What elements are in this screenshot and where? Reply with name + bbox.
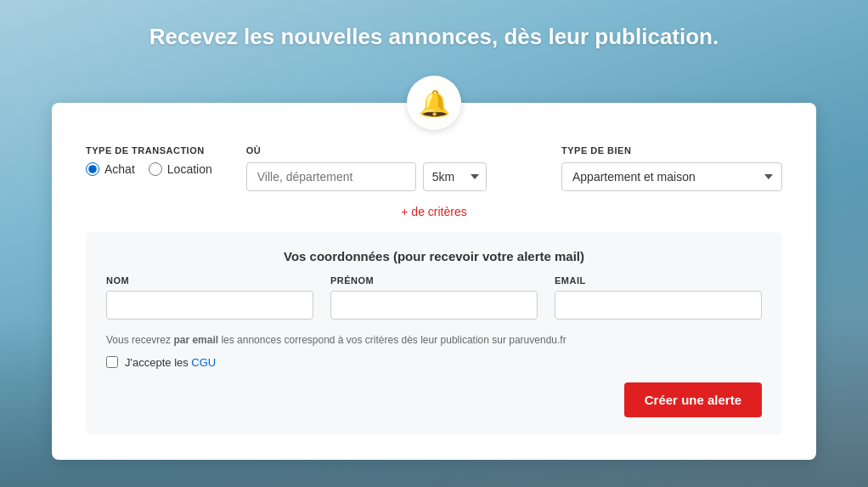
bien-select[interactable]: Appartement et maison Appartement Maison… <box>561 162 782 191</box>
top-section: TYPE DE TRANSACTION Achat Location OÙ <box>86 145 782 191</box>
main-card: TYPE DE TRANSACTION Achat Location OÙ <box>52 103 816 460</box>
transaction-label: TYPE DE TRANSACTION <box>86 145 212 156</box>
email-input[interactable] <box>555 291 762 320</box>
radio-achat-input[interactable] <box>86 162 99 176</box>
ou-label: OÙ <box>246 145 527 156</box>
distance-select[interactable]: 5km 10km 20km 30km 50km <box>423 162 487 191</box>
coordonnees-section: Vos coordonnées (pour recevoir votre ale… <box>86 232 782 434</box>
transaction-group: TYPE DE TRANSACTION Achat Location <box>86 145 212 176</box>
info-text-suffix: les annonces correspond à vos critères d… <box>218 334 566 346</box>
bien-label: TYPE DE BIEN <box>561 145 782 156</box>
prenom-field: PRÉNOM <box>330 275 538 320</box>
bien-section: TYPE DE BIEN Appartement et maison Appar… <box>561 145 782 191</box>
email-label: EMAIL <box>555 275 762 286</box>
bell-container: 🔔 <box>407 76 461 130</box>
radio-achat[interactable]: Achat <box>86 162 135 176</box>
radio-achat-label: Achat <box>104 162 135 176</box>
radio-location-label: Location <box>167 162 212 176</box>
prenom-input[interactable] <box>330 291 538 320</box>
bottom-row: Créer une alerte <box>106 382 762 417</box>
prenom-label: PRÉNOM <box>330 275 538 286</box>
cgu-row: J'accepte les CGU <box>106 356 762 369</box>
form-row-names: NOM PRÉNOM EMAIL <box>106 275 762 320</box>
nom-label: NOM <box>106 275 313 286</box>
coordonnees-title: Vos coordonnées (pour recevoir votre ale… <box>106 249 762 263</box>
city-input[interactable] <box>246 162 416 191</box>
radio-location[interactable]: Location <box>149 162 212 176</box>
create-alert-button[interactable]: Créer une alerte <box>624 382 762 417</box>
ou-inputs: 5km 10km 20km 30km 50km <box>246 162 527 191</box>
info-text-prefix: Vous recevrez <box>106 334 173 346</box>
ou-section: OÙ 5km 10km 20km 30km 50km <box>246 145 527 191</box>
radio-group: Achat Location <box>86 162 212 176</box>
more-criteria-link[interactable]: + de critères <box>86 205 782 218</box>
email-field: EMAIL <box>555 275 762 320</box>
cgu-label-prefix: J'accepte les <box>125 356 191 369</box>
cgu-label: J'accepte les CGU <box>125 356 216 369</box>
radio-location-input[interactable] <box>149 162 162 176</box>
nom-field: NOM <box>106 275 313 320</box>
info-text-bold: par email <box>173 334 218 346</box>
cgu-link[interactable]: CGU <box>191 356 216 369</box>
cgu-checkbox[interactable] <box>106 356 118 368</box>
bell-icon: 🔔 <box>419 88 450 118</box>
info-text: Vous recevrez par email les annonces cor… <box>106 333 762 348</box>
page-headline: Recevez les nouvelles annonces, dès leur… <box>149 24 719 50</box>
nom-input[interactable] <box>106 291 313 320</box>
